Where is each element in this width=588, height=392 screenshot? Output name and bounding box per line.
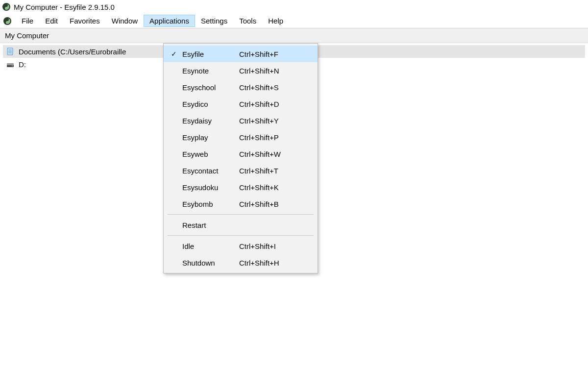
menu-item-accelerator: Ctrl+Shift+S — [239, 83, 311, 92]
menu-item-label: Idle — [180, 242, 239, 250]
menu-item-label: Esycontact — [180, 167, 239, 175]
menu-item-restart[interactable]: Restart — [164, 217, 318, 233]
check-icon: ✓ — [168, 50, 180, 58]
menu-item-esydico[interactable]: EsydicoCtrl+Shift+D — [164, 96, 318, 112]
menu-item-idle[interactable]: IdleCtrl+Shift+I — [164, 238, 318, 254]
menu-edit[interactable]: Edit — [39, 15, 64, 27]
titlebar: My Computer - Esyfile 2.9.15.0 — [0, 0, 588, 14]
menu-applications[interactable]: Applications — [144, 15, 195, 27]
menu-item-label: Esybomb — [180, 200, 239, 208]
menubar: FileEditFavoritesWindowApplicationsSetti… — [0, 14, 588, 28]
menu-item-esyfile[interactable]: ✓EsyfileCtrl+Shift+F — [164, 46, 318, 62]
menu-item-esyweb[interactable]: EsywebCtrl+Shift+W — [164, 146, 318, 162]
menu-item-label: Esysudoku — [180, 183, 239, 192]
app-icon — [2, 2, 11, 11]
menu-item-label: Restart — [180, 221, 239, 229]
menu-item-esynote[interactable]: EsynoteCtrl+Shift+N — [164, 62, 318, 79]
menu-item-accelerator: Ctrl+Shift+D — [239, 100, 311, 108]
menu-item-esyplay[interactable]: EsyplayCtrl+Shift+P — [164, 129, 318, 146]
menu-item-accelerator: Ctrl+Shift+K — [239, 183, 311, 192]
menu-item-accelerator: Ctrl+Shift+B — [239, 200, 311, 208]
menu-item-esydaisy[interactable]: EsydaisyCtrl+Shift+Y — [164, 112, 318, 129]
menu-item-label: Shutdown — [180, 259, 239, 267]
menu-settings[interactable]: Settings — [195, 15, 233, 27]
menu-item-accelerator: Ctrl+Shift+H — [239, 259, 311, 267]
menu-item-label: Esyfile — [180, 50, 239, 58]
window-title: My Computer - Esyfile 2.9.15.0 — [14, 3, 115, 11]
content-area: Documents (C:/Users/EurobrailleD: ✓Esyfi… — [0, 43, 588, 391]
menu-favorites[interactable]: Favorites — [64, 15, 106, 27]
menu-item-accelerator: Ctrl+Shift+N — [239, 67, 311, 75]
menu-item-accelerator: Ctrl+Shift+F — [239, 50, 311, 58]
menubar-app-icon — [3, 17, 12, 25]
menu-item-label: Esynote — [180, 67, 239, 75]
menu-file[interactable]: File — [16, 15, 39, 27]
menu-item-shutdown[interactable]: ShutdownCtrl+Shift+H — [164, 254, 318, 271]
menu-window[interactable]: Window — [106, 15, 144, 27]
menu-item-accelerator: Ctrl+Shift+P — [239, 133, 311, 142]
menu-item-label: Esydico — [180, 100, 239, 108]
document-icon — [6, 47, 15, 56]
menu-item-accelerator: Ctrl+Shift+W — [239, 150, 311, 158]
location-bar: My Computer — [0, 28, 588, 43]
menu-item-esysudoku[interactable]: EsysudokuCtrl+Shift+K — [164, 179, 318, 196]
menu-item-accelerator: Ctrl+Shift+Y — [239, 117, 311, 125]
menu-item-accelerator: Ctrl+Shift+T — [239, 167, 311, 175]
location-path: My Computer — [5, 31, 49, 40]
file-label: Documents (C:/Users/Eurobraille — [19, 48, 126, 56]
svg-point-8 — [12, 66, 13, 67]
menu-help[interactable]: Help — [262, 15, 289, 27]
menu-item-esyschool[interactable]: EsyschoolCtrl+Shift+S — [164, 79, 318, 96]
applications-menu: ✓EsyfileCtrl+Shift+FEsynoteCtrl+Shift+NE… — [163, 43, 318, 273]
menu-item-label: Esyplay — [180, 133, 239, 142]
menu-item-accelerator: Ctrl+Shift+I — [239, 242, 311, 250]
menu-tools[interactable]: Tools — [233, 15, 262, 27]
menu-separator — [168, 235, 314, 236]
svg-rect-7 — [7, 63, 14, 65]
drive-icon — [6, 60, 15, 69]
menu-item-label: Esydaisy — [180, 117, 239, 125]
menu-item-label: Esyweb — [180, 150, 239, 158]
file-label: D: — [19, 60, 26, 69]
menu-separator — [168, 214, 314, 215]
menu-item-esycontact[interactable]: EsycontactCtrl+Shift+T — [164, 162, 318, 179]
menu-item-label: Esyschool — [180, 83, 239, 92]
menu-item-esybomb[interactable]: EsybombCtrl+Shift+B — [164, 196, 318, 212]
